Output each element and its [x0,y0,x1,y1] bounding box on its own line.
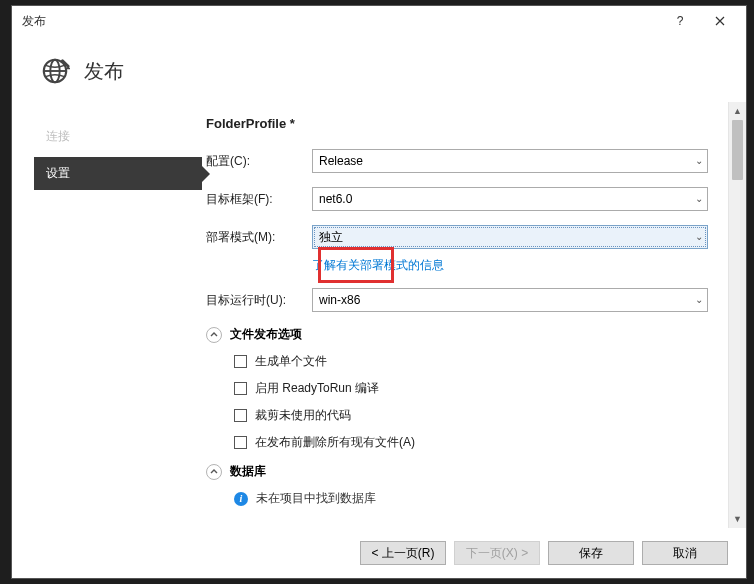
globe-icon [40,56,70,86]
close-icon [715,16,725,26]
scrollbar-thumb[interactable] [732,120,743,180]
dialog-footer: < 上一页(R) 下一页(X) > 保存 取消 [12,528,746,578]
dialog-title: 发布 [84,58,124,85]
check-label: 裁剪未使用的代码 [255,407,351,424]
scroll-down-arrow-icon[interactable]: ▼ [729,510,746,528]
sidebar: 连接 设置 [34,102,202,528]
combo-config-value: Release [319,154,363,168]
dialog-body: 连接 设置 FolderProfile * 配置(C): Release ⌄ 目… [12,102,746,528]
combo-deploy-mode-value: 独立 [319,229,343,246]
next-button: 下一页(X) > [454,541,540,565]
vertical-scrollbar[interactable]: ▲ ▼ [728,102,746,528]
check-label: 启用 ReadyToRun 编译 [255,380,379,397]
combo-deploy-mode[interactable]: 独立 ⌄ [312,225,708,249]
file-options-list: 生成单个文件 启用 ReadyToRun 编译 裁剪未使用的代码 在发布前删除所… [206,353,708,451]
sidebar-item-connect[interactable]: 连接 [34,120,202,153]
titlebar: 发布 ? [12,6,746,36]
checkbox-icon [234,436,247,449]
scrollbar-track[interactable] [729,180,746,510]
combo-framework[interactable]: net6.0 ⌄ [312,187,708,211]
profile-title: FolderProfile * [206,102,708,149]
label-config: 配置(C): [206,153,312,170]
prev-button[interactable]: < 上一页(R) [360,541,446,565]
dialog-header: 发布 [12,36,746,102]
label-deploy-mode: 部署模式(M): [206,229,312,246]
cancel-button[interactable]: 取消 [642,541,728,565]
chevron-down-icon: ⌄ [695,232,703,242]
row-runtime: 目标运行时(U): win-x86 ⌄ [206,288,708,312]
section-file-options: 文件发布选项 [206,326,708,343]
publish-dialog: 发布 ? 发布 连接 设置 FolderProfile * 配置(C): [11,5,747,579]
section-database-title: 数据库 [230,463,266,480]
check-delete-existing[interactable]: 在发布前删除所有现有文件(A) [234,434,708,451]
chevron-up-icon [210,331,218,339]
label-framework: 目标框架(F): [206,191,312,208]
checkbox-icon [234,355,247,368]
check-single-file[interactable]: 生成单个文件 [234,353,708,370]
expander-toggle[interactable] [206,464,222,480]
save-button[interactable]: 保存 [548,541,634,565]
help-button[interactable]: ? [660,7,700,35]
check-trim[interactable]: 裁剪未使用的代码 [234,407,708,424]
checkbox-icon [234,382,247,395]
check-readytorun[interactable]: 启用 ReadyToRun 编译 [234,380,708,397]
combo-runtime[interactable]: win-x86 ⌄ [312,288,708,312]
expander-toggle[interactable] [206,327,222,343]
sidebar-item-settings[interactable]: 设置 [34,157,202,190]
scroll-up-arrow-icon[interactable]: ▲ [729,102,746,120]
check-label: 生成单个文件 [255,353,327,370]
window-title: 发布 [22,13,660,30]
info-icon: i [234,492,248,506]
combo-config[interactable]: Release ⌄ [312,149,708,173]
checkbox-icon [234,409,247,422]
chevron-down-icon: ⌄ [695,156,703,166]
db-message-row: i 未在项目中找到数据库 [206,490,708,507]
section-database: 数据库 [206,463,708,480]
combo-framework-value: net6.0 [319,192,352,206]
chevron-down-icon: ⌄ [695,295,703,305]
chevron-up-icon [210,468,218,476]
db-message: 未在项目中找到数据库 [256,490,376,507]
check-label: 在发布前删除所有现有文件(A) [255,434,415,451]
row-deploy-mode: 部署模式(M): 独立 ⌄ [206,225,708,249]
label-runtime: 目标运行时(U): [206,292,312,309]
combo-runtime-value: win-x86 [319,293,360,307]
section-file-options-title: 文件发布选项 [230,326,302,343]
row-config: 配置(C): Release ⌄ [206,149,708,173]
chevron-down-icon: ⌄ [695,194,703,204]
content-area: FolderProfile * 配置(C): Release ⌄ 目标框架(F)… [202,102,746,528]
deploy-mode-info-link[interactable]: 了解有关部署模式的信息 [312,257,708,274]
close-button[interactable] [700,7,740,35]
row-framework: 目标框架(F): net6.0 ⌄ [206,187,708,211]
